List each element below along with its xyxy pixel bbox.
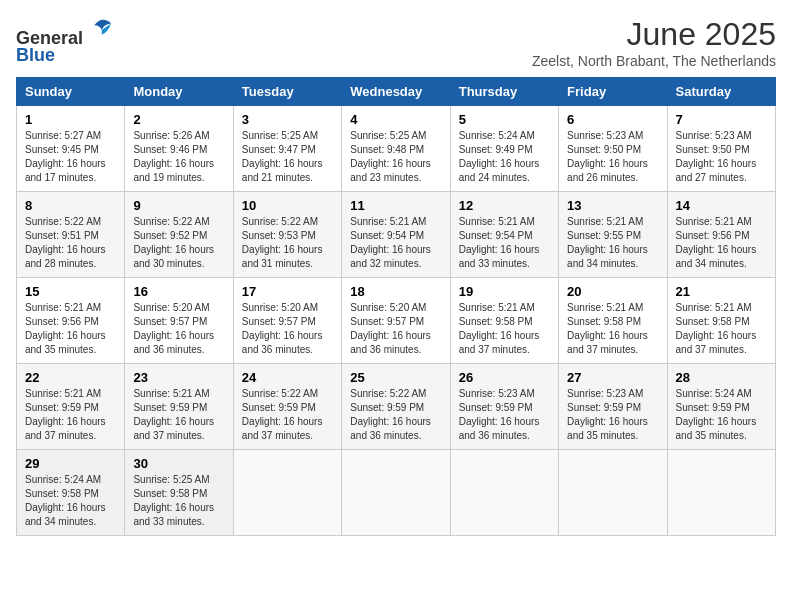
day-info: Sunrise: 5:24 AMSunset: 9:59 PMDaylight:… xyxy=(676,387,767,443)
day-number: 7 xyxy=(676,112,767,127)
day-number: 27 xyxy=(567,370,658,385)
calendar-week-3: 15Sunrise: 5:21 AMSunset: 9:56 PMDayligh… xyxy=(17,278,776,364)
calendar-header-saturday: Saturday xyxy=(667,78,775,106)
calendar-header-tuesday: Tuesday xyxy=(233,78,341,106)
calendar-week-5: 29Sunrise: 5:24 AMSunset: 9:58 PMDayligh… xyxy=(17,450,776,536)
day-number: 21 xyxy=(676,284,767,299)
day-number: 28 xyxy=(676,370,767,385)
day-info: Sunrise: 5:21 AMSunset: 9:56 PMDaylight:… xyxy=(25,301,116,357)
calendar-cell: 20Sunrise: 5:21 AMSunset: 9:58 PMDayligh… xyxy=(559,278,667,364)
calendar-cell: 18Sunrise: 5:20 AMSunset: 9:57 PMDayligh… xyxy=(342,278,450,364)
calendar-cell: 13Sunrise: 5:21 AMSunset: 9:55 PMDayligh… xyxy=(559,192,667,278)
calendar-cell: 22Sunrise: 5:21 AMSunset: 9:59 PMDayligh… xyxy=(17,364,125,450)
day-number: 17 xyxy=(242,284,333,299)
day-number: 20 xyxy=(567,284,658,299)
calendar-cell: 29Sunrise: 5:24 AMSunset: 9:58 PMDayligh… xyxy=(17,450,125,536)
day-number: 30 xyxy=(133,456,224,471)
month-title: June 2025 xyxy=(532,16,776,53)
day-info: Sunrise: 5:25 AMSunset: 9:47 PMDaylight:… xyxy=(242,129,333,185)
location-subtitle: Zeelst, North Brabant, The Netherlands xyxy=(532,53,776,69)
day-info: Sunrise: 5:24 AMSunset: 9:58 PMDaylight:… xyxy=(25,473,116,529)
day-number: 9 xyxy=(133,198,224,213)
day-info: Sunrise: 5:23 AMSunset: 9:50 PMDaylight:… xyxy=(676,129,767,185)
day-number: 16 xyxy=(133,284,224,299)
calendar-header-monday: Monday xyxy=(125,78,233,106)
day-number: 11 xyxy=(350,198,441,213)
page-header: General Blue June 2025 Zeelst, North Bra… xyxy=(16,16,776,69)
calendar-cell: 1Sunrise: 5:27 AMSunset: 9:45 PMDaylight… xyxy=(17,106,125,192)
calendar-cell xyxy=(233,450,341,536)
calendar-cell: 10Sunrise: 5:22 AMSunset: 9:53 PMDayligh… xyxy=(233,192,341,278)
calendar-header-wednesday: Wednesday xyxy=(342,78,450,106)
day-info: Sunrise: 5:21 AMSunset: 9:56 PMDaylight:… xyxy=(676,215,767,271)
day-info: Sunrise: 5:21 AMSunset: 9:55 PMDaylight:… xyxy=(567,215,658,271)
day-info: Sunrise: 5:22 AMSunset: 9:59 PMDaylight:… xyxy=(242,387,333,443)
day-number: 23 xyxy=(133,370,224,385)
calendar-cell: 8Sunrise: 5:22 AMSunset: 9:51 PMDaylight… xyxy=(17,192,125,278)
day-number: 8 xyxy=(25,198,116,213)
day-info: Sunrise: 5:21 AMSunset: 9:58 PMDaylight:… xyxy=(676,301,767,357)
calendar-header-sunday: Sunday xyxy=(17,78,125,106)
day-info: Sunrise: 5:21 AMSunset: 9:54 PMDaylight:… xyxy=(350,215,441,271)
calendar-week-4: 22Sunrise: 5:21 AMSunset: 9:59 PMDayligh… xyxy=(17,364,776,450)
day-number: 10 xyxy=(242,198,333,213)
calendar-cell: 9Sunrise: 5:22 AMSunset: 9:52 PMDaylight… xyxy=(125,192,233,278)
calendar-cell: 30Sunrise: 5:25 AMSunset: 9:58 PMDayligh… xyxy=(125,450,233,536)
calendar-cell: 19Sunrise: 5:21 AMSunset: 9:58 PMDayligh… xyxy=(450,278,558,364)
calendar-cell: 21Sunrise: 5:21 AMSunset: 9:58 PMDayligh… xyxy=(667,278,775,364)
day-info: Sunrise: 5:23 AMSunset: 9:59 PMDaylight:… xyxy=(567,387,658,443)
day-info: Sunrise: 5:21 AMSunset: 9:58 PMDaylight:… xyxy=(459,301,550,357)
day-number: 14 xyxy=(676,198,767,213)
day-info: Sunrise: 5:26 AMSunset: 9:46 PMDaylight:… xyxy=(133,129,224,185)
day-info: Sunrise: 5:24 AMSunset: 9:49 PMDaylight:… xyxy=(459,129,550,185)
calendar-week-2: 8Sunrise: 5:22 AMSunset: 9:51 PMDaylight… xyxy=(17,192,776,278)
day-info: Sunrise: 5:22 AMSunset: 9:53 PMDaylight:… xyxy=(242,215,333,271)
calendar-cell: 3Sunrise: 5:25 AMSunset: 9:47 PMDaylight… xyxy=(233,106,341,192)
day-number: 4 xyxy=(350,112,441,127)
calendar-cell: 12Sunrise: 5:21 AMSunset: 9:54 PMDayligh… xyxy=(450,192,558,278)
day-number: 13 xyxy=(567,198,658,213)
day-number: 25 xyxy=(350,370,441,385)
calendar-header-thursday: Thursday xyxy=(450,78,558,106)
calendar-header-friday: Friday xyxy=(559,78,667,106)
day-info: Sunrise: 5:23 AMSunset: 9:59 PMDaylight:… xyxy=(459,387,550,443)
calendar-cell xyxy=(450,450,558,536)
day-info: Sunrise: 5:22 AMSunset: 9:52 PMDaylight:… xyxy=(133,215,224,271)
day-info: Sunrise: 5:23 AMSunset: 9:50 PMDaylight:… xyxy=(567,129,658,185)
day-number: 1 xyxy=(25,112,116,127)
calendar-cell: 16Sunrise: 5:20 AMSunset: 9:57 PMDayligh… xyxy=(125,278,233,364)
calendar-header-row: SundayMondayTuesdayWednesdayThursdayFrid… xyxy=(17,78,776,106)
calendar-cell: 24Sunrise: 5:22 AMSunset: 9:59 PMDayligh… xyxy=(233,364,341,450)
calendar-cell xyxy=(559,450,667,536)
calendar-cell: 15Sunrise: 5:21 AMSunset: 9:56 PMDayligh… xyxy=(17,278,125,364)
logo: General Blue xyxy=(16,16,113,66)
calendar-cell: 11Sunrise: 5:21 AMSunset: 9:54 PMDayligh… xyxy=(342,192,450,278)
day-number: 12 xyxy=(459,198,550,213)
day-number: 18 xyxy=(350,284,441,299)
day-info: Sunrise: 5:22 AMSunset: 9:51 PMDaylight:… xyxy=(25,215,116,271)
day-number: 5 xyxy=(459,112,550,127)
day-info: Sunrise: 5:21 AMSunset: 9:59 PMDaylight:… xyxy=(133,387,224,443)
day-number: 26 xyxy=(459,370,550,385)
day-info: Sunrise: 5:27 AMSunset: 9:45 PMDaylight:… xyxy=(25,129,116,185)
day-info: Sunrise: 5:20 AMSunset: 9:57 PMDaylight:… xyxy=(133,301,224,357)
calendar-week-1: 1Sunrise: 5:27 AMSunset: 9:45 PMDaylight… xyxy=(17,106,776,192)
calendar-cell xyxy=(342,450,450,536)
calendar-table: SundayMondayTuesdayWednesdayThursdayFrid… xyxy=(16,77,776,536)
day-info: Sunrise: 5:20 AMSunset: 9:57 PMDaylight:… xyxy=(242,301,333,357)
day-info: Sunrise: 5:25 AMSunset: 9:48 PMDaylight:… xyxy=(350,129,441,185)
calendar-cell: 7Sunrise: 5:23 AMSunset: 9:50 PMDaylight… xyxy=(667,106,775,192)
logo-bird-icon xyxy=(85,16,113,44)
title-area: June 2025 Zeelst, North Brabant, The Net… xyxy=(532,16,776,69)
day-info: Sunrise: 5:21 AMSunset: 9:58 PMDaylight:… xyxy=(567,301,658,357)
calendar-cell: 4Sunrise: 5:25 AMSunset: 9:48 PMDaylight… xyxy=(342,106,450,192)
calendar-cell: 25Sunrise: 5:22 AMSunset: 9:59 PMDayligh… xyxy=(342,364,450,450)
calendar-cell: 23Sunrise: 5:21 AMSunset: 9:59 PMDayligh… xyxy=(125,364,233,450)
day-info: Sunrise: 5:22 AMSunset: 9:59 PMDaylight:… xyxy=(350,387,441,443)
calendar-cell: 26Sunrise: 5:23 AMSunset: 9:59 PMDayligh… xyxy=(450,364,558,450)
day-number: 29 xyxy=(25,456,116,471)
calendar-cell: 2Sunrise: 5:26 AMSunset: 9:46 PMDaylight… xyxy=(125,106,233,192)
calendar-cell: 27Sunrise: 5:23 AMSunset: 9:59 PMDayligh… xyxy=(559,364,667,450)
calendar-cell: 28Sunrise: 5:24 AMSunset: 9:59 PMDayligh… xyxy=(667,364,775,450)
calendar-cell: 14Sunrise: 5:21 AMSunset: 9:56 PMDayligh… xyxy=(667,192,775,278)
